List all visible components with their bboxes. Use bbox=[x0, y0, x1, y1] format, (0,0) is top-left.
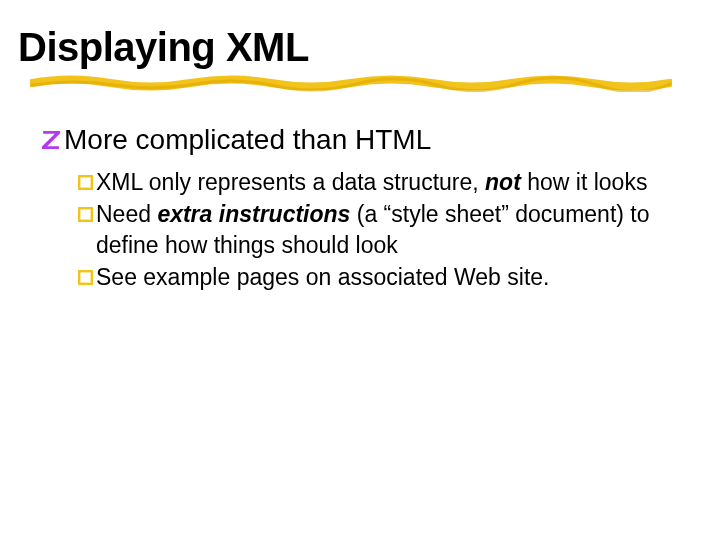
level2-text-3: See example pages on associated Web site… bbox=[96, 262, 702, 292]
text-plain: XML only represents a data structure, bbox=[96, 169, 485, 195]
y-bullet-icon bbox=[78, 270, 93, 285]
svg-rect-2 bbox=[79, 271, 92, 284]
y-bullet-icon bbox=[78, 207, 93, 222]
slide-title: Displaying XML bbox=[18, 25, 702, 70]
text-emphasis: not bbox=[485, 169, 521, 195]
y-bullet-icon bbox=[78, 175, 93, 190]
level2-item: XML only represents a data structure, no… bbox=[78, 167, 702, 197]
svg-rect-1 bbox=[79, 208, 92, 221]
text-emphasis: extra instructions bbox=[157, 201, 350, 227]
level1-item: More complicated than HTML bbox=[42, 122, 702, 157]
level2-text-1: XML only represents a data structure, no… bbox=[96, 167, 702, 197]
title-underline bbox=[30, 74, 672, 84]
slide: Displaying XML More complicated than HTM… bbox=[0, 0, 720, 292]
level2-text-2: Need extra instructions (a “style sheet”… bbox=[96, 199, 702, 260]
level2-item: Need extra instructions (a “style sheet”… bbox=[78, 199, 702, 260]
level1-text: More complicated than HTML bbox=[64, 122, 702, 157]
bullet-level-2: XML only represents a data structure, no… bbox=[18, 167, 702, 292]
bullet-level-1: More complicated than HTML bbox=[18, 122, 702, 157]
svg-rect-0 bbox=[79, 176, 92, 189]
level2-item: See example pages on associated Web site… bbox=[78, 262, 702, 292]
text-plain: how it looks bbox=[521, 169, 648, 195]
z-bullet-icon bbox=[42, 131, 60, 149]
text-plain: Need bbox=[96, 201, 157, 227]
